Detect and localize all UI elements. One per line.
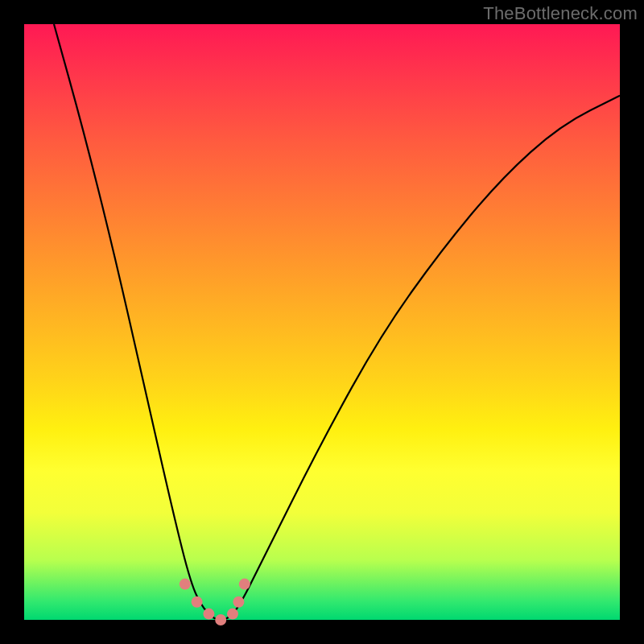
plot-area: [24, 24, 620, 620]
minimum-marker: [233, 597, 244, 608]
minimum-marker: [203, 609, 214, 620]
minimum-marker: [192, 597, 203, 608]
watermark-text: TheBottleneck.com: [483, 3, 638, 24]
minimum-marker: [180, 579, 191, 590]
bottleneck-curve: [54, 24, 620, 620]
chart-frame: TheBottleneck.com: [0, 0, 644, 644]
curve-svg: [24, 24, 620, 620]
minimum-marker: [239, 579, 250, 590]
minimum-marker: [227, 609, 238, 620]
minimum-marker: [215, 614, 226, 625]
